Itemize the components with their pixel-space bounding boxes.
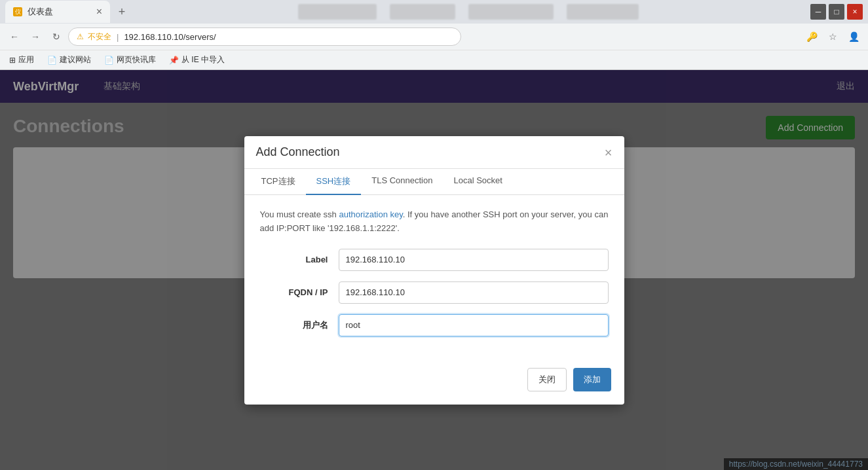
bookmark-apps-label: 应用 (18, 54, 34, 65)
maximize-btn[interactable]: □ (829, 4, 844, 20)
address-bar-row: ← → ↻ ⚠ 不安全 | 192.168.110.10/servers/ 🔑 … (0, 24, 868, 50)
modal-close-button[interactable]: 关闭 (527, 368, 567, 391)
bookmark-import[interactable]: 📌 从 IE 中导入 (165, 53, 229, 67)
address-actions: 🔑 ☆ 👤 (802, 27, 863, 46)
tab-bar: 仪 仪表盘 × + ─ □ × (0, 0, 868, 24)
tab-favicon: 仪 (13, 7, 22, 16)
key-icon[interactable]: 🔑 (802, 27, 821, 46)
fqdn-field-label: FQDN / IP (260, 287, 339, 297)
tab-local-socket[interactable]: Local Socket (443, 169, 512, 195)
modal-overlay: Add Connection × TCP连接 SSH连接 TLS Connect… (0, 70, 868, 470)
bookmark-feeds[interactable]: 📄 网页快讯库 (100, 53, 160, 67)
app-container: WebVirtMgr 基础架构 退出 Connections Add Conne… (0, 70, 868, 470)
tab-close-btn[interactable]: × (96, 7, 102, 17)
modal-footer: 关闭 添加 (244, 360, 624, 405)
label-input[interactable] (339, 249, 609, 271)
back-btn[interactable]: ← (5, 27, 24, 46)
tab-ssh[interactable]: SSH连接 (306, 169, 362, 195)
tab-title: 仪表盘 (28, 6, 53, 18)
modal-close-btn[interactable]: × (605, 146, 613, 159)
username-field-label: 用户名 (260, 319, 339, 331)
refresh-btn[interactable]: ↻ (47, 27, 66, 46)
bookmarks-bar: ⊞ 应用 📄 建议网站 📄 网页快讯库 📌 从 IE 中导入 (0, 50, 868, 69)
modal-add-button[interactable]: 添加 (573, 368, 611, 391)
tab-tls[interactable]: TLS Connection (361, 169, 443, 195)
label-form-group: Label (260, 249, 609, 271)
modal-tabs: TCP连接 SSH连接 TLS Connection Local Socket (244, 169, 624, 195)
bookmark-import-label: 从 IE 中导入 (181, 54, 225, 65)
url-text: 192.168.110.10/servers/ (124, 32, 453, 42)
profile-icon[interactable]: 👤 (844, 27, 863, 46)
doc-icon-1: 📄 (47, 56, 57, 65)
tab-ssh-label: SSH连接 (316, 176, 351, 186)
fqdn-form-group: FQDN / IP (260, 281, 609, 304)
bookmark-apps[interactable]: ⊞ 应用 (5, 53, 38, 67)
username-form-group: 用户名 (260, 314, 609, 336)
insecure-label: 不安全 (88, 31, 111, 43)
fqdn-input[interactable] (339, 281, 609, 304)
username-input[interactable] (339, 314, 609, 336)
browser-chrome: 仪 仪表盘 × + ─ □ × ← → ↻ ⚠ 不安全 | 192.168.11… (0, 0, 868, 70)
minimize-btn[interactable]: ─ (810, 4, 826, 20)
modal-info-text: You must create ssh authorization key. I… (260, 208, 609, 236)
info-text-before-link: You must create ssh (260, 209, 339, 219)
forward-btn[interactable]: → (26, 27, 45, 46)
modal-body: You must create ssh authorization key. I… (244, 195, 624, 360)
new-tab-btn[interactable]: + (113, 3, 131, 21)
modal-title: Add Connection (256, 145, 340, 159)
security-warning-icon: ⚠ (77, 32, 84, 41)
bookmark-star-icon[interactable]: ☆ (823, 27, 842, 46)
pin-icon: 📌 (169, 56, 179, 65)
apps-grid-icon: ⊞ (9, 56, 16, 65)
modal-header: Add Connection × (244, 136, 624, 169)
bookmark-suggested[interactable]: 📄 建议网站 (43, 53, 95, 67)
tab-tcp-label: TCP连接 (261, 176, 295, 186)
active-tab[interactable]: 仪 仪表盘 × (5, 1, 110, 23)
close-window-btn[interactable]: × (847, 4, 863, 20)
auth-key-link[interactable]: authorization key (339, 209, 402, 219)
address-box[interactable]: ⚠ 不安全 | 192.168.110.10/servers/ (68, 27, 461, 46)
add-connection-modal: Add Connection × TCP连接 SSH连接 TLS Connect… (244, 136, 624, 405)
tab-local-socket-label: Local Socket (453, 175, 502, 185)
tab-tcp[interactable]: TCP连接 (251, 169, 306, 195)
tab-tls-label: TLS Connection (371, 175, 432, 185)
bookmark-suggested-label: 建议网站 (60, 54, 91, 65)
doc-icon-2: 📄 (104, 56, 114, 65)
label-field-label: Label (260, 255, 339, 264)
bookmark-feeds-label: 网页快讯库 (117, 54, 156, 65)
